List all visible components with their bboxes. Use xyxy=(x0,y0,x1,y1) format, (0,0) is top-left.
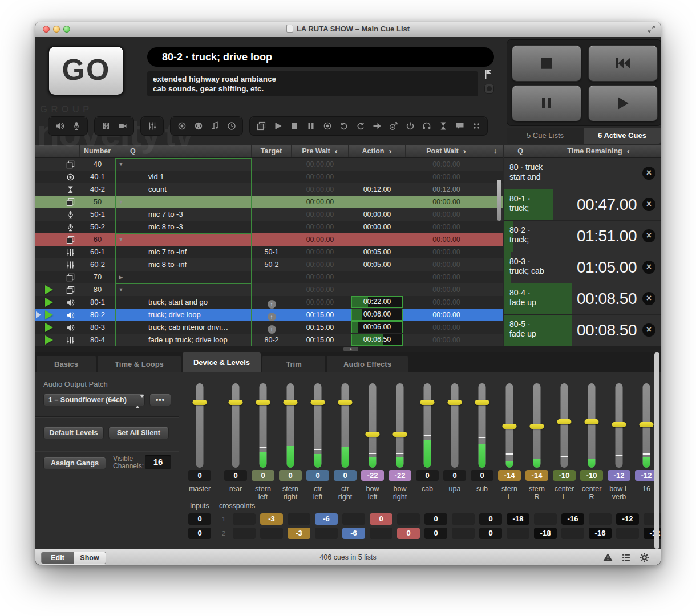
crosspoint-cell[interactable] xyxy=(315,528,338,539)
crosspoint-cell[interactable]: -18 xyxy=(507,513,529,525)
column-action[interactable]: Action› xyxy=(349,145,406,157)
flag-toggle-button[interactable] xyxy=(484,84,494,94)
crosspoint-cell[interactable] xyxy=(342,513,365,525)
fader-handle[interactable] xyxy=(503,424,517,429)
column-target[interactable]: Target xyxy=(252,145,292,157)
fader-handle[interactable] xyxy=(530,424,544,429)
active-cue-row[interactable]: 80-5 ·fade up00:08.50× xyxy=(504,315,661,346)
crosspoint-cell[interactable] xyxy=(616,528,639,539)
pause-all-button[interactable] xyxy=(512,85,581,121)
crosspoint-cell[interactable]: -16 xyxy=(561,513,584,525)
crosspoint-cell[interactable] xyxy=(589,513,612,525)
disclosure-open-icon[interactable]: ▼ xyxy=(116,196,126,208)
resize-icon[interactable] xyxy=(648,25,655,33)
stop-cue-button[interactable]: × xyxy=(642,167,655,180)
active-q-header[interactable]: Q xyxy=(504,145,536,157)
arrow-icon[interactable] xyxy=(369,119,385,133)
flag-icon[interactable] xyxy=(484,69,493,79)
crosspoint-cell[interactable] xyxy=(233,528,256,539)
tab-trim[interactable]: Trim xyxy=(262,356,325,372)
channel-fader[interactable] xyxy=(475,383,489,468)
cue-row[interactable]: 80-1truck; start and go↑00:00.0000:22.00… xyxy=(35,296,503,309)
crosspoint-cell[interactable] xyxy=(534,513,557,525)
faders-icon[interactable] xyxy=(144,119,160,133)
mic-icon[interactable] xyxy=(68,119,84,133)
camera-icon[interactable] xyxy=(114,119,131,133)
channel-fader[interactable] xyxy=(228,383,243,468)
crosspoint-cell[interactable] xyxy=(233,513,256,525)
crosspoint-cell[interactable]: 0 xyxy=(479,513,502,525)
speaker-icon[interactable] xyxy=(51,119,68,133)
column-number[interactable]: Number xyxy=(80,145,115,157)
channel-fader[interactable] xyxy=(310,383,325,468)
rewind-button[interactable] xyxy=(588,45,658,82)
inspector-scrollbar[interactable] xyxy=(654,352,659,549)
tab-active-cues[interactable]: 6 Active Cues xyxy=(584,128,661,144)
channel-level-value[interactable]: 0 xyxy=(334,470,357,481)
channel-level-value[interactable]: -12 xyxy=(608,470,630,481)
column-pre-wait[interactable]: Pre Wait‹ xyxy=(292,145,349,157)
channel-fader[interactable] xyxy=(584,383,599,468)
crosspoint-cell[interactable]: 0 xyxy=(424,528,447,539)
crosspoint-cell[interactable] xyxy=(507,528,529,539)
crosspoint-cell[interactable]: -6 xyxy=(342,528,365,539)
channel-level-value[interactable]: 0 xyxy=(306,470,329,481)
audio-patch-select[interactable]: 1 – Soundflower (64ch) xyxy=(43,394,145,406)
crosspoint-cell[interactable] xyxy=(260,528,283,539)
disclosure-open-icon[interactable]: ▼ xyxy=(116,158,126,171)
channel-fader[interactable] xyxy=(365,383,380,468)
channel-fader[interactable] xyxy=(420,383,435,468)
channel-level-value[interactable]: -10 xyxy=(580,470,603,481)
channel-level-value[interactable]: 0 xyxy=(443,470,466,481)
channel-level-value[interactable]: 0 xyxy=(224,470,247,481)
fader-handle[interactable] xyxy=(475,400,489,405)
cue-row[interactable]: 60▼door mics out00:00.0000:00.00 xyxy=(35,233,503,246)
record-icon[interactable] xyxy=(319,119,335,133)
fader-handle[interactable] xyxy=(393,432,407,437)
fader-handle[interactable] xyxy=(311,400,325,405)
fader-handle[interactable] xyxy=(612,422,626,427)
cue-row[interactable]: 40▼vid 1 and countdown00:00.0000:00.00 xyxy=(35,158,503,171)
clock-icon[interactable] xyxy=(223,119,240,133)
dart-icon[interactable] xyxy=(385,119,402,133)
channel-level-value[interactable]: -14 xyxy=(498,470,521,481)
collapse-left-icon[interactable]: ‹ xyxy=(335,146,338,156)
stop-cue-button[interactable]: × xyxy=(642,292,655,305)
channel-level-value[interactable]: -22 xyxy=(389,470,411,481)
channel-level-value[interactable]: 0 xyxy=(188,470,211,481)
active-cue-row[interactable]: 80-1 ·truck;00:47.00× xyxy=(504,189,661,221)
undo-icon[interactable] xyxy=(335,119,352,133)
input-level-value[interactable]: 0 xyxy=(188,528,211,539)
tab-time-loops[interactable]: Time & Loops xyxy=(98,356,181,372)
stop-cue-button[interactable]: × xyxy=(642,261,655,274)
default-levels-button[interactable]: Default Levels xyxy=(43,427,104,439)
channel-level-value[interactable]: -22 xyxy=(361,470,384,481)
active-cue-row[interactable]: 80-2 ·truck;01:51.00× xyxy=(504,221,661,252)
cue-row[interactable]: 40-1vid 100:00.0000:00.00 xyxy=(35,171,503,183)
visible-channels-value[interactable]: 16 xyxy=(145,455,171,469)
cue-row[interactable]: 80-4fade up truck; drive loop80-200:15.0… xyxy=(35,334,503,346)
channel-level-value[interactable]: 0 xyxy=(416,470,439,481)
fader-handle[interactable] xyxy=(366,432,380,437)
warning-icon[interactable] xyxy=(603,553,613,562)
disclosure-open-icon[interactable]: ▼ xyxy=(116,283,126,296)
resume-all-button[interactable] xyxy=(588,85,658,121)
cue-row[interactable]: 60-1mic 7 to -inf50-100:00.0000:05.0000:… xyxy=(35,246,503,258)
assign-gangs-button[interactable]: Assign Gangs xyxy=(43,457,106,469)
set-all-silent-button[interactable]: Set All Silent xyxy=(108,427,169,439)
stop-cue-button[interactable]: × xyxy=(642,198,655,211)
cue-list-scrollbar[interactable] xyxy=(497,180,501,221)
channel-level-value[interactable]: 0 xyxy=(471,470,493,481)
cue-row[interactable]: 80-3truck; cab interior drivi…↑00:15.000… xyxy=(35,321,503,334)
cue-row[interactable]: 50-1mic 7 to -300:00.0000:00.0000:00.00 xyxy=(35,208,503,221)
fader-handle[interactable] xyxy=(448,400,462,405)
collapse-right-icon[interactable]: › xyxy=(389,146,391,156)
cue-row[interactable]: 50-2mic 8 to -300:00.0000:00.0000:00.00 xyxy=(35,221,503,233)
stop-cue-button[interactable]: × xyxy=(642,229,655,242)
crosspoint-cell[interactable]: 0 xyxy=(424,513,447,525)
hourglass-icon[interactable] xyxy=(435,119,451,133)
record-icon[interactable] xyxy=(173,119,190,133)
crosspoint-cell[interactable]: -12 xyxy=(616,513,639,525)
pane-resize-handle[interactable]: ▲ xyxy=(343,347,358,351)
stop-icon[interactable] xyxy=(286,119,302,133)
